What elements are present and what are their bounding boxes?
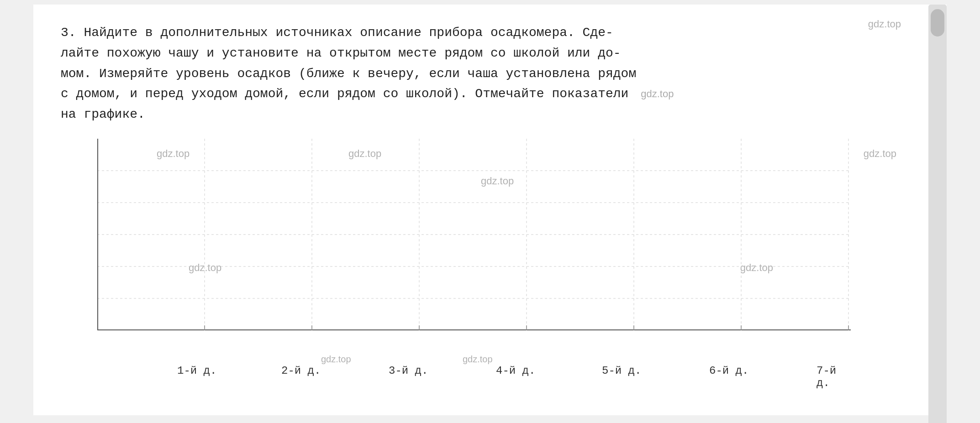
- task-line3: мом. Измеряйте уровень осадков (ближе к …: [61, 67, 636, 81]
- page: 3. Найдите в дополнительных источниках о…: [33, 5, 947, 415]
- x-label-4: 4-й д.: [496, 365, 535, 377]
- task-line2: лайте похожую чашу и установите на откры…: [61, 46, 621, 60]
- x-label-6: 6-й д.: [709, 365, 748, 377]
- scrollbar[interactable]: [928, 5, 947, 423]
- chart-container: gdz.top gdz.top gdz.top gdz.top gdz.top …: [97, 139, 896, 367]
- watermark-top-right: gdz.top: [868, 18, 901, 30]
- watermark-xlabel2: gdz.top: [463, 354, 493, 365]
- x-label-1: 1-й д.: [177, 365, 216, 377]
- x-label-2: 2-й д.: [281, 365, 321, 377]
- watermark-inline1: gdz.top: [641, 88, 674, 99]
- task-line4: с домом, и перед уходом домой, если рядо…: [61, 87, 628, 101]
- x-label-7: 7-й д.: [817, 365, 851, 389]
- task-text: 3. Найдите в дополнительных источниках о…: [61, 23, 837, 125]
- task-line5: на графике.: [61, 107, 145, 121]
- x-label-5: 5-й д.: [602, 365, 641, 377]
- chart-grid-svg: [97, 139, 851, 330]
- watermark-chart4: gdz.top: [864, 148, 896, 160]
- watermark-xlabel1: gdz.top: [321, 354, 351, 365]
- x-label-3: 3-й д.: [389, 365, 428, 377]
- scrollbar-thumb[interactable]: [931, 9, 944, 37]
- task-line1: 3. Найдите в дополнительных источниках о…: [61, 26, 613, 40]
